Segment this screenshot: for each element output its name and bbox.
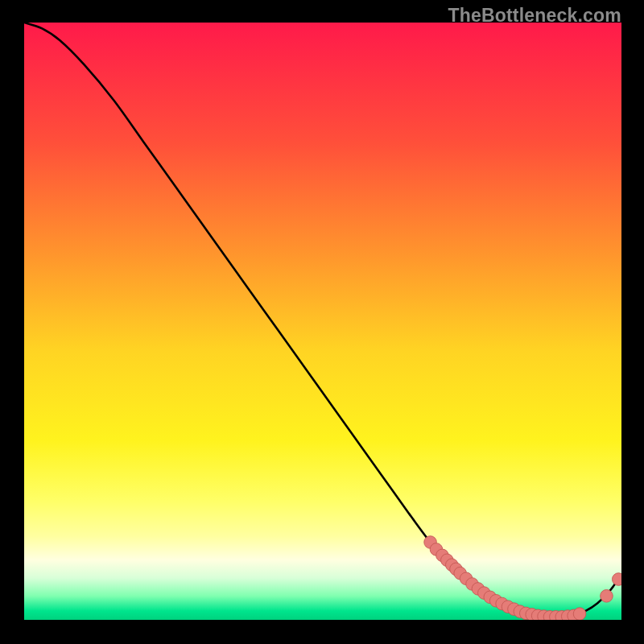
data-marker xyxy=(573,608,586,620)
chart-overlay xyxy=(24,23,621,620)
bottleneck-curve xyxy=(24,23,621,617)
plot-area xyxy=(24,23,621,620)
chart-stage: TheBottleneck.com xyxy=(0,0,644,644)
data-marker xyxy=(601,590,613,603)
data-marker xyxy=(612,573,621,586)
